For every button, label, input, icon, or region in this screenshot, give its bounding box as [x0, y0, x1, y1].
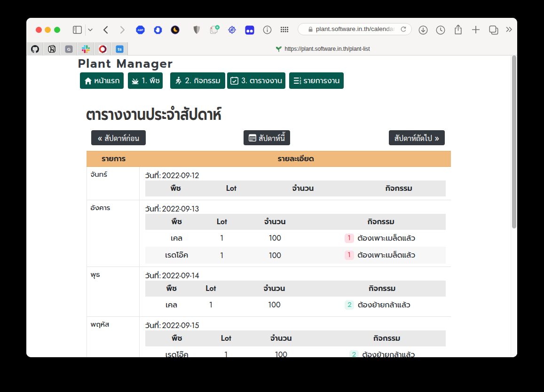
- svg-text:ABP: ABP: [138, 29, 143, 31]
- svg-text:ts: ts: [118, 47, 122, 52]
- svg-text:G: G: [67, 47, 70, 52]
- svg-text:3: 3: [300, 82, 301, 84]
